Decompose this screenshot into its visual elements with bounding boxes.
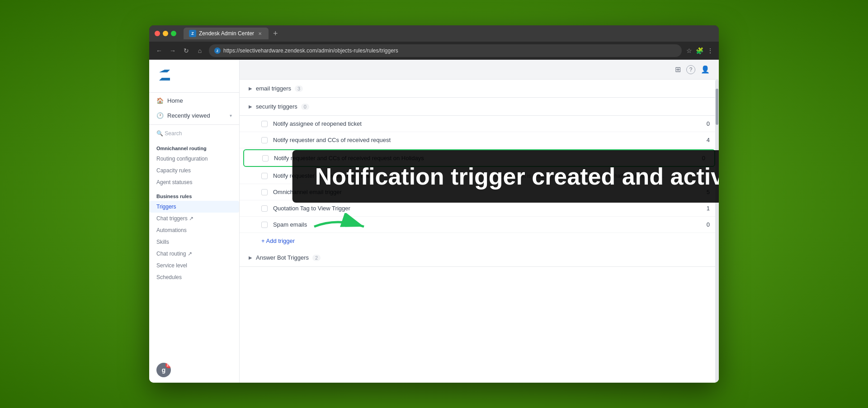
forward-button[interactable]: → bbox=[168, 47, 177, 54]
avatar-initials: g bbox=[162, 366, 166, 374]
active-tab[interactable]: Z Zendesk Admin Center ✕ bbox=[184, 28, 269, 39]
trigger-count-1: 0 bbox=[696, 120, 710, 127]
search-icon: 🔍 bbox=[156, 130, 163, 137]
sidebar-item-agent-statuses[interactable]: Agent statuses bbox=[149, 176, 239, 188]
trigger-checkbox-1[interactable] bbox=[261, 121, 268, 127]
chevron-right-icon-2: ▶ bbox=[249, 104, 252, 109]
sidebar-item-triggers[interactable]: Triggers bbox=[149, 201, 239, 213]
trigger-group-email-header[interactable]: ▶ email triggers 3 bbox=[240, 80, 719, 97]
trigger-desc-4: A proactive ticket is a ticket created b… bbox=[485, 173, 691, 179]
trigger-group-security: ▶ security triggers 0 bbox=[240, 98, 719, 116]
home-button[interactable]: ⌂ bbox=[195, 47, 204, 54]
trigger-checkbox-7[interactable] bbox=[261, 222, 268, 228]
email-triggers-count: 3 bbox=[295, 85, 303, 92]
back-button[interactable]: ← bbox=[155, 47, 164, 54]
sidebar-item-skills[interactable]: Skills bbox=[149, 236, 239, 248]
refresh-button[interactable]: ↻ bbox=[182, 47, 191, 54]
business-rules-label: Business rules bbox=[149, 188, 239, 201]
user-avatar[interactable]: g 20 bbox=[156, 363, 171, 377]
trigger-count-3: 0 bbox=[692, 155, 705, 161]
sidebar-item-service-level[interactable]: Service level bbox=[149, 260, 239, 271]
trigger-name-1: Notify assignee of reopened ticket bbox=[273, 120, 479, 127]
traffic-lights bbox=[155, 31, 176, 36]
trigger-group-email: ▶ email triggers 3 bbox=[240, 80, 719, 98]
minimize-button[interactable] bbox=[163, 31, 168, 36]
trigger-name-2: Notify requester and CCs of received req… bbox=[273, 137, 479, 143]
home-icon: 🏠 bbox=[156, 97, 164, 104]
email-triggers-name: email triggers bbox=[256, 85, 291, 92]
trigger-row-5: Omnichannel email trigger 5 bbox=[240, 184, 719, 200]
chevron-right-icon-3: ▶ bbox=[249, 255, 252, 260]
security-triggers-count: 0 bbox=[301, 104, 309, 110]
maximize-button[interactable] bbox=[171, 31, 176, 36]
scrollbar-thumb[interactable] bbox=[716, 89, 718, 125]
sidebar-item-routing-config[interactable]: Routing configuration bbox=[149, 153, 239, 165]
user-profile-icon[interactable]: 👤 bbox=[701, 65, 710, 74]
zendesk-logo-icon bbox=[156, 67, 173, 83]
title-bar: Z Zendesk Admin Center ✕ + bbox=[149, 25, 719, 42]
home-label: Home bbox=[167, 97, 183, 104]
notification-badge: 20 bbox=[165, 363, 171, 368]
trigger-name-4: Notify requester of new proactive ticket bbox=[273, 172, 479, 179]
app-content: 🏠 Home 🕐 Recently viewed ▾ 🔍 Search Omni… bbox=[149, 60, 719, 383]
recently-viewed-label: Recently viewed bbox=[167, 112, 210, 119]
url-text: https://selectivehardware.zendesk.com/ad… bbox=[223, 47, 398, 54]
trigger-checkbox-5[interactable] bbox=[261, 189, 268, 195]
trigger-name-3: Notify requester and CCs of received req… bbox=[274, 155, 477, 161]
trigger-count-4: 1 bbox=[696, 172, 710, 179]
sidebar-search[interactable]: 🔍 Search bbox=[149, 127, 239, 140]
url-bar[interactable]: Z https://selectivehardware.zendesk.com/… bbox=[209, 44, 682, 57]
main-wrapper: ⊞ ? 👤 ▶ email triggers 3 ▶ s bbox=[240, 60, 719, 383]
top-header: ⊞ ? 👤 bbox=[240, 60, 719, 80]
trigger-checkbox-3[interactable] bbox=[262, 155, 269, 161]
sidebar-item-chat-triggers[interactable]: Chat triggers ↗ bbox=[149, 213, 239, 224]
sidebar-recently-viewed[interactable]: 🕐 Recently viewed ▾ bbox=[149, 109, 239, 123]
trigger-count-7: 0 bbox=[696, 221, 710, 228]
trigger-count-2: 4 bbox=[696, 137, 710, 143]
clock-icon: 🕐 bbox=[156, 112, 164, 119]
trigger-row-2: Notify requester and CCs of received req… bbox=[240, 132, 719, 148]
trigger-name-6: Quotation Tag to View Trigger bbox=[273, 205, 479, 212]
sidebar: 🏠 Home 🕐 Recently viewed ▾ 🔍 Search Omni… bbox=[149, 60, 240, 383]
scrollbar-track[interactable] bbox=[715, 80, 719, 383]
extensions-icon[interactable]: 🧩 bbox=[696, 47, 703, 54]
add-trigger-row: + Add trigger bbox=[240, 233, 719, 249]
answer-bot-triggers-name: Answer Bot Triggers bbox=[256, 254, 309, 261]
tab-bar: Z Zendesk Admin Center ✕ + bbox=[184, 28, 280, 39]
close-button[interactable] bbox=[155, 31, 160, 36]
bookmark-icon[interactable]: ☆ bbox=[686, 47, 692, 54]
sidebar-item-capacity-rules[interactable]: Capacity rules bbox=[149, 165, 239, 176]
omnichannel-group-label: Omnichannel routing bbox=[149, 140, 239, 153]
sidebar-logo bbox=[149, 60, 239, 93]
trigger-group-answer-bot: ▶ Answer Bot Triggers 2 bbox=[240, 249, 719, 267]
trigger-checkbox-4[interactable] bbox=[261, 173, 268, 179]
trigger-group-answer-bot-header[interactable]: ▶ Answer Bot Triggers 2 bbox=[240, 249, 719, 266]
address-actions: ☆ 🧩 ⋮ bbox=[686, 47, 713, 54]
security-triggers-name: security triggers bbox=[256, 103, 297, 110]
service-level-label: Service level bbox=[156, 262, 187, 269]
sidebar-item-schedules[interactable]: Schedules bbox=[149, 271, 239, 283]
tab-close-icon[interactable]: ✕ bbox=[257, 30, 263, 37]
trigger-checkbox-6[interactable] bbox=[261, 205, 268, 212]
trigger-row-1: Notify assignee of reopened ticket 0 bbox=[240, 116, 719, 132]
menu-icon[interactable]: ⋮ bbox=[707, 47, 713, 54]
grid-icon[interactable]: ⊞ bbox=[675, 65, 681, 74]
address-bar: ← → ↻ ⌂ Z https://selectivehardware.zend… bbox=[149, 42, 719, 60]
trigger-name-5: Omnichannel email trigger bbox=[273, 189, 479, 195]
sidebar-item-home[interactable]: 🏠 Home bbox=[149, 93, 239, 109]
sidebar-item-automations[interactable]: Automations bbox=[149, 224, 239, 236]
add-trigger-button[interactable]: + Add trigger bbox=[261, 237, 295, 244]
new-tab-button[interactable]: + bbox=[271, 29, 280, 38]
tab-favicon: Z bbox=[189, 30, 196, 37]
trigger-checkbox-2[interactable] bbox=[261, 137, 268, 143]
avatar-area: g 20 bbox=[149, 357, 239, 383]
help-icon[interactable]: ? bbox=[686, 65, 695, 74]
svg-rect-0 bbox=[156, 67, 173, 83]
trigger-group-security-header[interactable]: ▶ security triggers 0 bbox=[240, 98, 719, 115]
chevron-right-icon: ▶ bbox=[249, 86, 252, 91]
trigger-row-7: Spam emails 0 bbox=[240, 217, 719, 233]
chevron-down-icon: ▾ bbox=[230, 113, 232, 118]
sidebar-item-chat-routing[interactable]: Chat routing ↗ bbox=[149, 248, 239, 260]
trigger-name-7: Spam emails bbox=[273, 221, 479, 228]
triggers-area: ▶ email triggers 3 ▶ security triggers 0 bbox=[240, 80, 719, 383]
